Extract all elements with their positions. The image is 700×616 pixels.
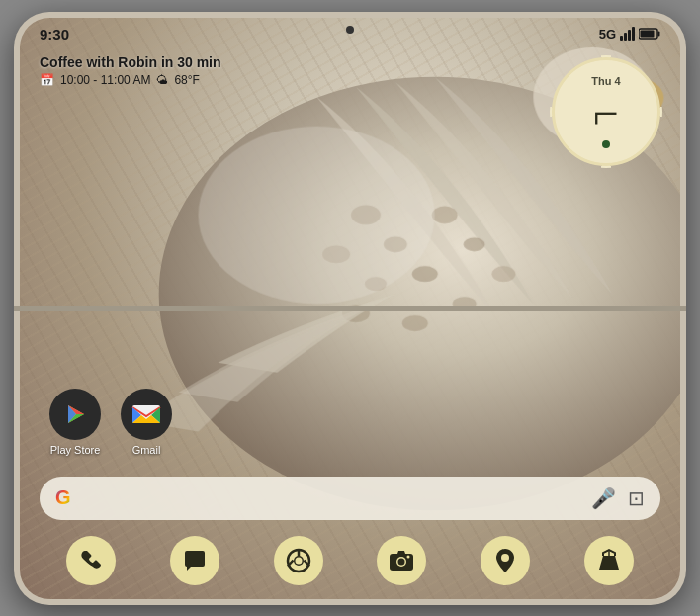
phone-hinge	[20, 306, 680, 311]
svg-rect-18	[641, 31, 655, 38]
network-label: 5G	[599, 27, 616, 42]
calendar-time: 10:00 - 11:00 AM	[60, 73, 150, 87]
battery-icon	[639, 28, 660, 40]
status-time: 9:30	[40, 26, 69, 43]
clock-widget[interactable]: Thu 4 ⌐	[552, 57, 660, 166]
svg-rect-17	[658, 32, 660, 37]
signal-bar-1	[620, 36, 623, 41]
front-camera	[346, 26, 354, 34]
weather-icon: 🌤	[156, 73, 168, 87]
status-right-icons: 5G	[599, 27, 660, 42]
clock-dot	[602, 140, 610, 148]
clock-date: Thu 4	[591, 75, 620, 87]
weather-temp: 68°F	[174, 73, 199, 87]
signal-icon	[620, 27, 635, 41]
clock-glyph: ⌐	[593, 91, 619, 136]
signal-bar-3	[628, 30, 631, 41]
phone-frame: 9:30 5G	[14, 12, 686, 605]
calendar-icon: 📅	[40, 73, 54, 87]
signal-bar-4	[632, 27, 635, 41]
clock-background: Thu 4 ⌐	[552, 57, 660, 166]
phone-screen: 9:30 5G	[20, 18, 680, 599]
signal-bar-2	[624, 33, 627, 41]
